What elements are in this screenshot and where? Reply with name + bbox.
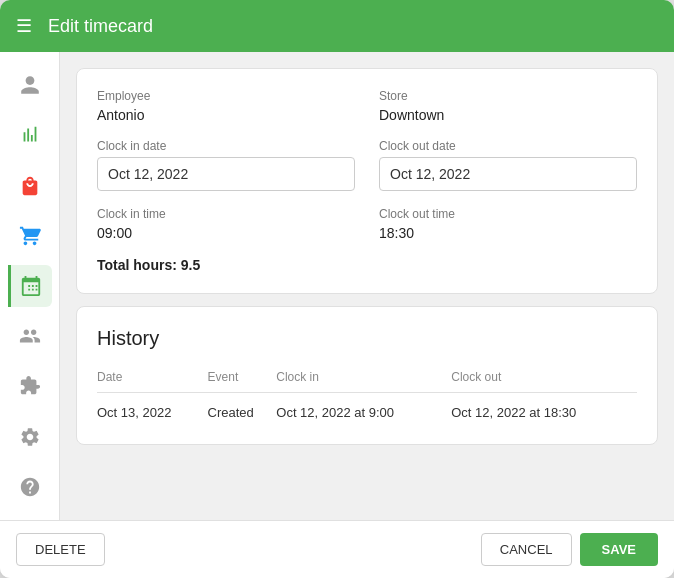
delete-button[interactable]: DELETE <box>16 533 105 566</box>
sidebar-item-bag[interactable] <box>8 164 52 206</box>
employee-group: Employee Antonio <box>97 89 355 123</box>
sidebar-item-help[interactable] <box>8 466 52 508</box>
store-label: Store <box>379 89 637 103</box>
save-button[interactable]: SAVE <box>580 533 658 566</box>
clock-in-time-label: Clock in time <box>97 207 355 221</box>
col-date: Date <box>97 366 208 393</box>
sidebar-item-puzzle[interactable] <box>8 365 52 407</box>
row-clock-in: Oct 12, 2022 at 9:00 <box>276 393 451 425</box>
dates-row: Clock in date Clock out date <box>97 139 637 191</box>
cancel-button[interactable]: CANCEL <box>481 533 572 566</box>
footer: DELETE CANCEL SAVE <box>0 520 674 578</box>
clock-out-time-value: 18:30 <box>379 225 637 241</box>
clock-in-date-label: Clock in date <box>97 139 355 153</box>
store-value: Downtown <box>379 107 637 123</box>
app-window: ☰ Edit timecard <box>0 0 674 578</box>
table-row: Oct 13, 2022 Created Oct 12, 2022 at 9:0… <box>97 393 637 425</box>
col-event: Event <box>208 366 277 393</box>
main-content: Employee Antonio Store Downtown Clock in… <box>60 52 674 520</box>
times-row: Clock in time 09:00 Clock out time 18:30 <box>97 207 637 241</box>
clock-out-date-group: Clock out date <box>379 139 637 191</box>
sidebar-item-user[interactable] <box>8 64 52 106</box>
clock-out-time-label: Clock out time <box>379 207 637 221</box>
sidebar-item-analytics[interactable] <box>8 114 52 156</box>
clock-in-date-input[interactable] <box>97 157 355 191</box>
form-card: Employee Antonio Store Downtown Clock in… <box>76 68 658 294</box>
row-event: Created <box>208 393 277 425</box>
header: ☰ Edit timecard <box>0 0 674 52</box>
employee-label: Employee <box>97 89 355 103</box>
clock-out-date-input[interactable] <box>379 157 637 191</box>
clock-in-time-value: 09:00 <box>97 225 355 241</box>
history-table: Date Event Clock in Clock out Oct 13, 20… <box>97 366 637 424</box>
action-buttons: CANCEL SAVE <box>481 533 658 566</box>
history-title: History <box>97 327 637 350</box>
row-date: Oct 13, 2022 <box>97 393 208 425</box>
col-clock-in: Clock in <box>276 366 451 393</box>
total-hours: Total hours: 9.5 <box>97 257 637 273</box>
history-card: History Date Event Clock in Clock out Oc… <box>76 306 658 445</box>
sidebar <box>0 52 60 520</box>
clock-in-time-group: Clock in time 09:00 <box>97 207 355 241</box>
clock-out-time-group: Clock out time 18:30 <box>379 207 637 241</box>
menu-icon[interactable]: ☰ <box>16 15 32 37</box>
clock-in-date-group: Clock in date <box>97 139 355 191</box>
sidebar-item-people[interactable] <box>8 315 52 357</box>
employee-store-row: Employee Antonio Store Downtown <box>97 89 637 123</box>
row-clock-out: Oct 12, 2022 at 18:30 <box>451 393 637 425</box>
store-group: Store Downtown <box>379 89 637 123</box>
sidebar-item-settings[interactable] <box>8 416 52 458</box>
history-header-row: Date Event Clock in Clock out <box>97 366 637 393</box>
sidebar-item-cart[interactable] <box>8 215 52 257</box>
clock-out-date-label: Clock out date <box>379 139 637 153</box>
sidebar-item-timecards[interactable] <box>8 265 52 307</box>
employee-value: Antonio <box>97 107 355 123</box>
body: Employee Antonio Store Downtown Clock in… <box>0 52 674 520</box>
page-title: Edit timecard <box>48 16 153 37</box>
col-clock-out: Clock out <box>451 366 637 393</box>
